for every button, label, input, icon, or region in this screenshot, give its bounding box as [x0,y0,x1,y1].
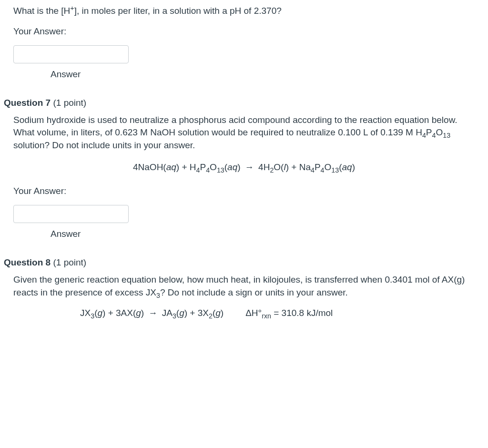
subscript: 4 [311,166,315,174]
state: g [179,308,184,318]
subscript: 4 [432,132,436,139]
subscript: 2 [209,312,213,319]
state: aq [166,162,176,172]
question-7-prompt: Sodium hydroxide is used to neutralize a… [13,114,475,152]
question-number: Question 8 [4,257,51,267]
answer-input[interactable] [13,205,129,223]
text: ) + 3AX( [102,308,136,318]
text: 4NaOH( [133,162,166,172]
subscript: 13 [331,166,339,174]
question-8-prompt: Given the generic reaction equation belo… [13,274,475,299]
state: g [97,308,102,318]
subscript: 3 [91,312,94,319]
question-7-body: Sodium hydroxide is used to neutralize a… [4,114,475,240]
text: Sodium hydroxide is used to neutralize a… [13,115,458,138]
question-7-equation: 4NaOH(aq) + H4P4O13(aq) → 4H2O(l) + Na4P… [13,162,475,173]
answer-row: Answer [13,45,475,80]
superscript: + [70,4,74,12]
answer-input[interactable] [13,45,129,63]
question-8-body: Given the generic reaction equation belo… [4,274,475,318]
subscript: 4 [196,166,200,174]
question-6-body: What is the [H+], in moles per liter, in… [4,5,475,80]
your-answer-label: Your Answer: [13,186,475,196]
question-8-equation: JX3(g) + 3AX(g) → JA3(g) + 3X2(g)ΔH°rxn … [13,308,475,318]
text: O( [274,162,284,172]
answer-caption: Answer [13,229,81,239]
subscript: 4 [206,166,210,174]
arrow-icon: → [146,308,159,318]
subscript: 4 [422,132,426,139]
text: ], in moles per liter, in a solution wit… [74,6,282,16]
delta-h: ΔH° [245,308,262,318]
text: 4H [256,162,270,172]
question-number: Question 7 [4,98,51,108]
state: g [136,308,141,318]
delta-h-value: = 310.8 kJ/mol [271,308,333,318]
text: What is the [H [13,6,70,16]
state: aq [342,162,352,172]
state: aq [227,162,237,172]
subscript: 3 [173,312,176,319]
answer-caption: Answer [13,69,81,80]
question-points: (1 point) [51,98,86,108]
state: g [215,308,221,318]
text: ) + H [176,162,196,172]
quiz-page: What is the [H+], in moles per liter, in… [0,0,488,346]
question-8: Question 8 (1 point) Given the generic r… [4,257,475,318]
question-8-header: Question 8 (1 point) [4,257,475,268]
text: ) + Na [286,162,311,172]
arrow-icon: → [243,162,256,173]
question-points: (1 point) [51,257,86,267]
text: solution? Do not include units in your a… [13,140,195,150]
subscript: 3 [156,292,160,299]
text: JX [80,308,91,318]
subscript: rxn [262,312,271,319]
question-7: Question 7 (1 point) Sodium hydroxide is… [4,98,475,240]
your-answer-label: Your Answer: [13,26,475,37]
answer-row: Answer [13,205,475,239]
question-6-prompt: What is the [H+], in moles per liter, in… [13,5,475,18]
question-7-header: Question 7 (1 point) [4,98,475,108]
text: ) [237,162,243,172]
text: Do not include a sign or units in your a… [165,287,347,297]
question-6: What is the [H+], in moles per liter, in… [4,5,475,80]
text: JA [159,308,172,318]
subscript: 13 [217,166,224,174]
subscript: 4 [321,166,325,174]
text: ) + 3X [184,308,209,318]
subscript: 13 [443,132,450,139]
